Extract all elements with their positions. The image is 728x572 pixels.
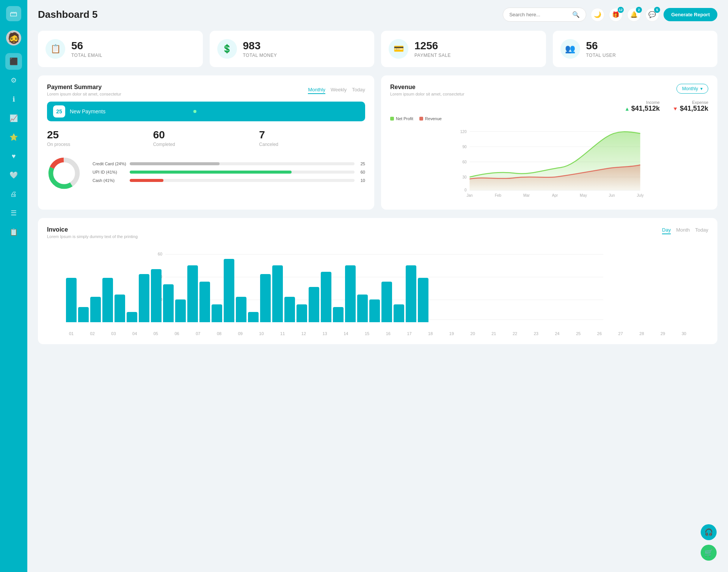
svg-text:0: 0 xyxy=(464,188,467,192)
svg-text:30: 30 xyxy=(462,175,467,179)
expense-value: $41,512k xyxy=(680,105,708,112)
invoice-bar xyxy=(199,282,210,322)
manage-payment-link[interactable]: Manage payment xyxy=(317,109,355,114)
sidebar-item-print[interactable]: 🖨 xyxy=(5,186,22,202)
new-payments-box: 25 New Payments Manage payment › xyxy=(47,102,365,121)
invoice-bar xyxy=(90,297,101,322)
invoice-tab-today[interactable]: Today xyxy=(695,226,708,234)
main-content: Dashboard 5 🔍 🌙 🎁 12 🔔 2 💬 5 Generate Re… xyxy=(27,0,728,572)
canceled-desc: Canceled xyxy=(259,142,365,147)
tab-monthly[interactable]: Monthly xyxy=(308,86,325,94)
invoice-header: Invoice Lorem Ipsum is simply dummy text… xyxy=(47,226,708,239)
sidebar-item-dashboard[interactable]: ⬛ xyxy=(5,53,22,70)
cash-label: Cash (41%) xyxy=(93,178,127,183)
stat-card-payment: 💳 1256 PAYMENT SALE xyxy=(381,31,546,67)
sidebar-item-info[interactable]: ℹ xyxy=(5,91,22,108)
sidebar-item-settings[interactable]: ⚙ xyxy=(5,72,22,89)
payment-panel-header: Payment Summary Lorem ipsum dolor sit am… xyxy=(47,84,365,96)
gift-btn[interactable]: 🎁 12 xyxy=(609,8,623,22)
sidebar-item-favorites[interactable]: ⭐ xyxy=(5,129,22,146)
sidebar-item-reports[interactable]: 📋 xyxy=(5,224,22,240)
stat-cards-row: 📋 56 TOTAL EMAIL 💲 983 TOTAL MONEY 💳 125… xyxy=(38,31,717,67)
income-icon: ▲ xyxy=(624,106,630,112)
generate-report-button[interactable]: Generate Report xyxy=(664,8,717,21)
invoice-tab-day[interactable]: Day xyxy=(662,226,671,234)
svg-text:90: 90 xyxy=(462,145,467,149)
chat-btn[interactable]: 💬 5 xyxy=(645,8,659,22)
stat-on-process: 25 On process xyxy=(47,129,153,147)
expense-label: Expense xyxy=(672,100,708,105)
svg-text:Jan: Jan xyxy=(466,193,472,197)
invoice-x-label: 02 xyxy=(87,331,98,336)
stat-card-email: 📋 56 TOTAL EMAIL xyxy=(38,31,203,67)
invoice-x-label: 25 xyxy=(573,331,584,336)
completed-desc: Completed xyxy=(153,142,259,147)
invoice-x-label: 21 xyxy=(488,331,499,336)
payment-subtitle: Lorem ipsum dolor sit amet, consectetur xyxy=(47,92,121,96)
invoice-x-label: 10 xyxy=(256,331,267,336)
sidebar-item-analytics[interactable]: 📈 xyxy=(5,110,22,127)
net-profit-dot xyxy=(390,117,394,121)
invoice-x-label: 16 xyxy=(383,331,394,336)
sidebar-avatar[interactable]: 🧔 xyxy=(6,30,21,45)
invoice-tab-month[interactable]: Month xyxy=(676,226,690,234)
money-icon: 💲 xyxy=(217,39,237,59)
stat-card-users: 👥 56 TOTAL USER xyxy=(553,31,718,67)
sidebar-item-menu[interactable]: ☰ xyxy=(5,205,22,221)
income-expense-row: Income ▲$41,512k Expense 🔻$41,512k xyxy=(390,100,708,113)
revenue-monthly-btn[interactable]: Monthly ▾ xyxy=(676,84,708,94)
chevron-down-icon: ▾ xyxy=(700,86,703,91)
invoice-x-label: 06 xyxy=(172,331,182,336)
sidebar-item-likes[interactable]: ♥ xyxy=(5,148,22,165)
invoice-panel: Invoice Lorem Ipsum is simply dummy text… xyxy=(38,218,717,344)
payment-summary-panel: Payment Summary Lorem ipsum dolor sit am… xyxy=(38,75,374,210)
users-label: TOTAL USER xyxy=(586,53,616,58)
legend-revenue: Revenue xyxy=(419,116,442,121)
invoice-bar xyxy=(78,307,89,322)
cart-float-btn[interactable]: 🛒 xyxy=(701,545,717,561)
dark-mode-toggle[interactable]: 🌙 xyxy=(591,8,604,22)
invoice-x-label: 03 xyxy=(108,331,119,336)
support-float-btn[interactable]: 🎧 xyxy=(701,524,717,540)
invoice-bar xyxy=(309,287,319,322)
invoice-bar xyxy=(175,299,186,322)
sidebar-item-saves[interactable]: 🤍 xyxy=(5,167,22,183)
users-icon: 👥 xyxy=(560,39,580,59)
sidebar-logo[interactable]: 🗃 xyxy=(6,6,21,21)
bar-row-cash: Cash (41%) 10 xyxy=(93,178,365,183)
invoice-bar xyxy=(260,274,271,322)
new-payments-count: 25 xyxy=(53,105,65,118)
invoice-x-label: 08 xyxy=(214,331,224,336)
invoice-bar xyxy=(394,304,404,322)
svg-text:May: May xyxy=(580,193,587,197)
invoice-subtitle: Lorem Ipsum is simply dummy text of the … xyxy=(47,234,138,239)
invoice-x-label: 05 xyxy=(151,331,161,336)
credit-label: Credit Card (24%) xyxy=(93,161,127,166)
tab-weekly[interactable]: Weekly xyxy=(331,86,347,94)
invoice-x-label: 27 xyxy=(615,331,626,336)
cash-val: 10 xyxy=(358,178,365,183)
revenue-chart: 120 90 60 30 0 xyxy=(390,124,708,200)
invoice-x-label: 20 xyxy=(468,331,478,336)
svg-text:Feb: Feb xyxy=(495,193,502,197)
sidebar: 🗃 🧔 ⬛ ⚙ ℹ 📈 ⭐ ♥ 🤍 🖨 ☰ 📋 xyxy=(0,0,27,572)
invoice-bar xyxy=(163,284,174,322)
header: Dashboard 5 🔍 🌙 🎁 12 🔔 2 💬 5 Generate Re… xyxy=(38,8,717,22)
cash-track xyxy=(130,179,355,182)
revenue-title: Revenue xyxy=(390,84,464,91)
search-input[interactable] xyxy=(509,12,569,17)
invoice-x-label: 30 xyxy=(679,331,689,336)
invoice-bar xyxy=(381,282,392,322)
svg-text:120: 120 xyxy=(460,130,467,134)
invoice-bar xyxy=(272,265,283,322)
invoice-x-label: 24 xyxy=(552,331,563,336)
bell-btn[interactable]: 🔔 2 xyxy=(627,8,641,22)
stats-row: 25 On process 60 Completed 7 Canceled xyxy=(47,129,365,147)
tab-today[interactable]: Today xyxy=(352,86,365,94)
search-box[interactable]: 🔍 xyxy=(503,8,586,22)
money-label: TOTAL MONEY xyxy=(243,53,277,58)
bar-row-credit: Credit Card (24%) 25 xyxy=(93,161,365,166)
revenue-dot xyxy=(419,117,423,121)
invoice-bar xyxy=(406,265,416,322)
credit-val: 25 xyxy=(358,161,365,166)
